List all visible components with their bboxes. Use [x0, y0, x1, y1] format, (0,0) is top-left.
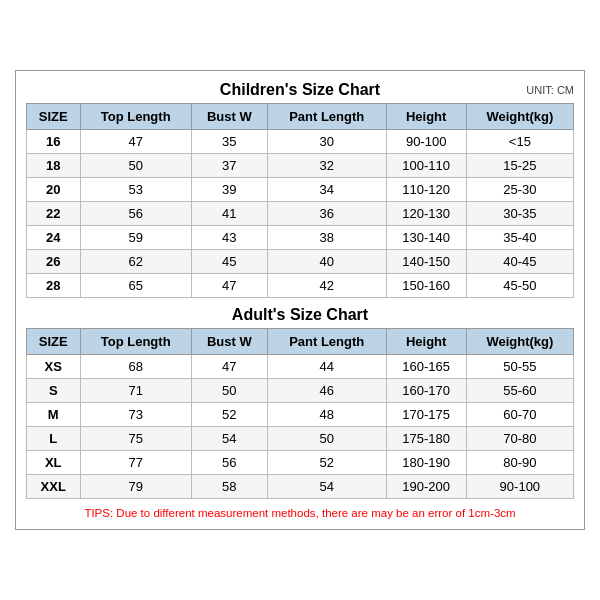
table-cell: 47	[80, 130, 191, 154]
table-row: M735248170-17560-70	[27, 403, 574, 427]
table-cell: 30-35	[466, 202, 573, 226]
chart-wrapper: Children's Size Chart UNIT: CM SIZE Top …	[15, 70, 585, 530]
table-cell: 56	[80, 202, 191, 226]
table-cell: L	[27, 427, 81, 451]
col-header-size: SIZE	[27, 104, 81, 130]
table-cell: 175-180	[386, 427, 466, 451]
table-cell: XS	[27, 355, 81, 379]
table-cell: 50-55	[466, 355, 573, 379]
table-cell: 60-70	[466, 403, 573, 427]
adult-col-header-size: SIZE	[27, 329, 81, 355]
table-cell: 79	[80, 475, 191, 499]
table-cell: 50	[80, 154, 191, 178]
adults-title: Adult's Size Chart	[232, 306, 368, 324]
children-header-row: SIZE Top Length Bust W Pant Length Heigh…	[27, 104, 574, 130]
unit-label: UNIT: CM	[526, 84, 574, 96]
table-cell: 80-90	[466, 451, 573, 475]
adults-section: Adult's Size Chart SIZE Top Length Bust …	[26, 306, 574, 499]
table-cell: 130-140	[386, 226, 466, 250]
table-cell: 47	[191, 355, 267, 379]
table-cell: 58	[191, 475, 267, 499]
table-cell: XL	[27, 451, 81, 475]
table-cell: 36	[267, 202, 386, 226]
table-cell: 47	[191, 274, 267, 298]
table-row: L755450175-18070-80	[27, 427, 574, 451]
table-cell: 46	[267, 379, 386, 403]
table-cell: 68	[80, 355, 191, 379]
adult-col-header-bust-w: Bust W	[191, 329, 267, 355]
table-cell: 34	[267, 178, 386, 202]
table-row: S715046160-17055-60	[27, 379, 574, 403]
table-cell: 16	[27, 130, 81, 154]
table-cell: 37	[191, 154, 267, 178]
table-cell: 62	[80, 250, 191, 274]
table-row: 20533934110-12025-30	[27, 178, 574, 202]
table-cell: 75	[80, 427, 191, 451]
table-row: 28654742150-16045-50	[27, 274, 574, 298]
table-cell: 73	[80, 403, 191, 427]
table-cell: 77	[80, 451, 191, 475]
table-cell: 120-130	[386, 202, 466, 226]
table-cell: 18	[27, 154, 81, 178]
table-cell: 170-175	[386, 403, 466, 427]
table-cell: 59	[80, 226, 191, 250]
adults-title-row: Adult's Size Chart	[26, 306, 574, 324]
table-cell: 54	[267, 475, 386, 499]
table-row: XS684744160-16550-55	[27, 355, 574, 379]
table-row: 1647353090-100<15	[27, 130, 574, 154]
children-size-table: SIZE Top Length Bust W Pant Length Heigh…	[26, 103, 574, 298]
col-header-height: Height	[386, 104, 466, 130]
col-header-bust-w: Bust W	[191, 104, 267, 130]
tips-text: TIPS: Due to different measurement metho…	[26, 507, 574, 519]
table-cell: M	[27, 403, 81, 427]
table-row: XL775652180-19080-90	[27, 451, 574, 475]
table-cell: 190-200	[386, 475, 466, 499]
table-cell: 52	[191, 403, 267, 427]
table-cell: <15	[466, 130, 573, 154]
table-cell: 54	[191, 427, 267, 451]
table-cell: 45	[191, 250, 267, 274]
table-cell: 28	[27, 274, 81, 298]
table-cell: 150-160	[386, 274, 466, 298]
table-cell: 40-45	[466, 250, 573, 274]
table-row: 26624540140-15040-45	[27, 250, 574, 274]
table-cell: XXL	[27, 475, 81, 499]
table-cell: 53	[80, 178, 191, 202]
table-cell: 140-150	[386, 250, 466, 274]
table-cell: 90-100	[386, 130, 466, 154]
table-cell: 35	[191, 130, 267, 154]
table-cell: 32	[267, 154, 386, 178]
table-cell: 71	[80, 379, 191, 403]
table-cell: 65	[80, 274, 191, 298]
adult-col-header-top-length: Top Length	[80, 329, 191, 355]
adult-col-header-height: Height	[386, 329, 466, 355]
table-cell: 43	[191, 226, 267, 250]
adults-header-row: SIZE Top Length Bust W Pant Length Heigh…	[27, 329, 574, 355]
col-header-weight: Weight(kg)	[466, 104, 573, 130]
adult-col-header-weight: Weight(kg)	[466, 329, 573, 355]
col-header-top-length: Top Length	[80, 104, 191, 130]
table-cell: 26	[27, 250, 81, 274]
table-row: XXL795854190-20090-100	[27, 475, 574, 499]
table-cell: 55-60	[466, 379, 573, 403]
children-title: Children's Size Chart	[220, 81, 380, 99]
table-cell: 24	[27, 226, 81, 250]
table-cell: 50	[191, 379, 267, 403]
table-cell: 45-50	[466, 274, 573, 298]
table-cell: 38	[267, 226, 386, 250]
table-cell: 70-80	[466, 427, 573, 451]
table-cell: 22	[27, 202, 81, 226]
table-cell: 160-165	[386, 355, 466, 379]
table-cell: 39	[191, 178, 267, 202]
table-cell: 110-120	[386, 178, 466, 202]
table-cell: 180-190	[386, 451, 466, 475]
col-header-pant-length: Pant Length	[267, 104, 386, 130]
table-cell: 52	[267, 451, 386, 475]
children-title-row: Children's Size Chart UNIT: CM	[26, 81, 574, 99]
table-row: 24594338130-14035-40	[27, 226, 574, 250]
table-cell: 50	[267, 427, 386, 451]
table-cell: 20	[27, 178, 81, 202]
table-cell: 56	[191, 451, 267, 475]
table-row: 22564136120-13030-35	[27, 202, 574, 226]
adult-col-header-pant-length: Pant Length	[267, 329, 386, 355]
